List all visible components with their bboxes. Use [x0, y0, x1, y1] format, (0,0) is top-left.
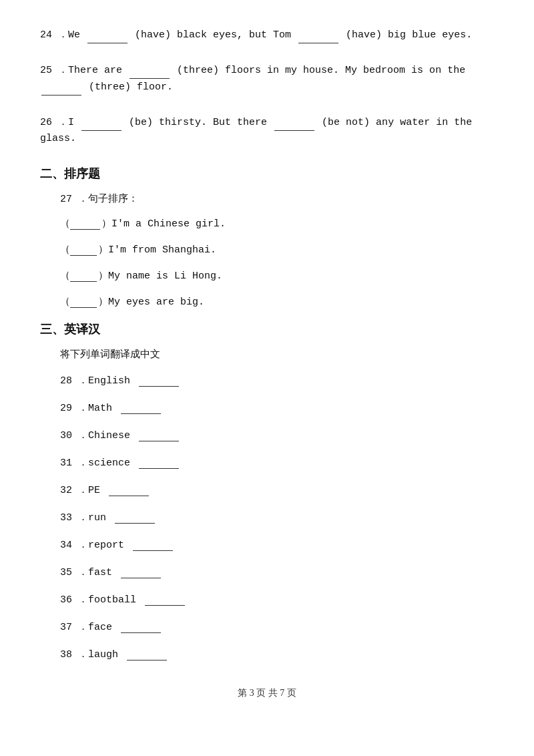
answer-blank-30 — [139, 429, 179, 441]
order-blank-3 — [70, 270, 97, 282]
page-number: 第 3 页 共 7 页 — [238, 688, 296, 698]
answer-blank-33 — [115, 512, 155, 524]
ordering-item-2: （ ）I'm from Shanghai. — [60, 243, 494, 256]
q25-blank2 — [41, 79, 81, 96]
ordering-item-3: （ ）My name is Li Hong. — [60, 269, 494, 282]
translate-item-31: 31 ．science — [60, 456, 494, 469]
q24-label: 24 ．We — [40, 29, 80, 41]
question-25: 25 ．There are (three) floors in my house… — [40, 62, 494, 96]
answer-blank-34 — [133, 539, 173, 551]
q24-blank1 — [87, 27, 127, 43]
translate-item-32: 32 ．PE — [60, 484, 494, 496]
answer-blank-31 — [139, 457, 179, 469]
translate-item-30: 30 ．Chinese — [60, 429, 494, 441]
section3-desc: 将下列单词翻译成中文 — [60, 348, 494, 361]
answer-blank-28 — [139, 375, 179, 387]
q24-blank2 — [298, 27, 338, 43]
translate-item-28: 28 ．English — [60, 374, 494, 387]
q24-hint1: (have) black eyes, but Tom — [135, 29, 297, 41]
translate-item-36: 36 ．football — [60, 593, 494, 606]
ordering-item-4: （ ）My eyes are big. — [60, 295, 494, 308]
order-blank-2 — [70, 244, 97, 256]
ordering-item-1: （ ）I'm a Chinese girl. — [60, 217, 494, 230]
page-footer: 第 3 页 共 7 页 — [40, 687, 494, 699]
q24-hint2: (have) big blue eyes. — [346, 29, 472, 41]
answer-blank-32 — [109, 484, 149, 496]
question-24: 24 ．We (have) black eyes, but Tom (have)… — [40, 27, 494, 43]
translate-item-35: 35 ．fast — [60, 566, 494, 578]
order-blank-4 — [70, 296, 97, 308]
translate-item-34: 34 ．report — [60, 538, 494, 551]
translate-item-29: 29 ．Math — [60, 401, 494, 414]
section2-title: 二、排序题 — [40, 166, 494, 182]
q25-blank1 — [129, 62, 170, 79]
q26-label: 26 ．I — [40, 117, 74, 128]
q26-blank2 — [274, 114, 314, 131]
question-26: 26 ．I (be) thirsty. But there (be not) a… — [40, 114, 494, 147]
translate-item-38: 38 ．laugh — [60, 648, 494, 660]
answer-blank-38 — [127, 648, 167, 660]
q25-hint1: (three) floors in my house. My bedroom i… — [177, 65, 465, 76]
section3-title: 三、英译汉 — [40, 321, 494, 337]
q25-hint2: (three) floor. — [89, 81, 173, 93]
q27-label: 27 ．句子排序： — [60, 192, 494, 205]
translate-item-37: 37 ．face — [60, 620, 494, 633]
q26-hint1: (be) thirsty. But there — [129, 117, 273, 128]
q25-label: 25 ．There are — [40, 65, 122, 76]
translate-item-33: 33 ．run — [60, 511, 494, 524]
order-blank-1 — [70, 218, 100, 230]
answer-blank-36 — [145, 594, 185, 606]
q26-blank1 — [81, 114, 121, 131]
answer-blank-35 — [121, 566, 161, 578]
answer-blank-37 — [121, 621, 161, 633]
answer-blank-29 — [121, 402, 161, 414]
